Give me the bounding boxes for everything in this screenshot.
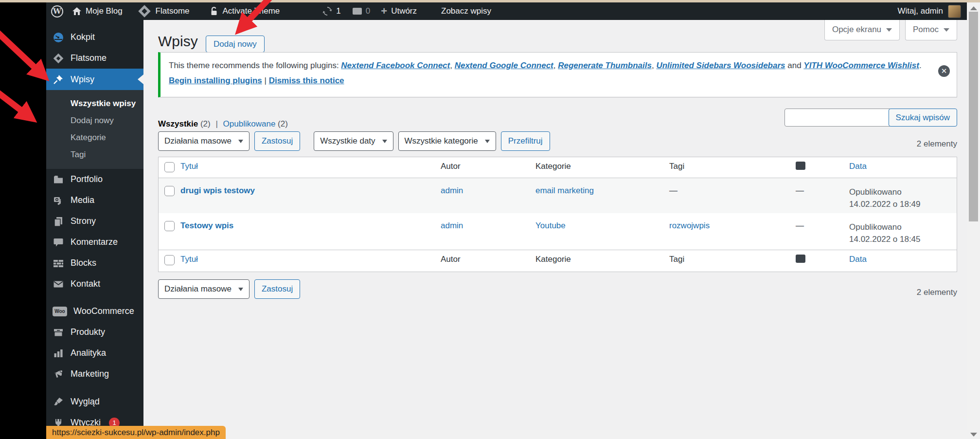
select-all-checkbox[interactable]: [164, 162, 175, 172]
sidebar-label-wpisy: Wpisy: [71, 74, 94, 85]
column-footer-author: Autor: [441, 250, 535, 264]
sidebar-item-kokpit[interactable]: Kokpit: [46, 27, 143, 48]
notice-prefix: This theme recommends the following plug…: [169, 61, 341, 70]
column-footer-title[interactable]: Tytuł: [180, 250, 441, 264]
screen-options-button[interactable]: Opcje ekranu: [824, 19, 900, 40]
vertical-scrollbar[interactable]: [967, 2, 980, 439]
user-greeting[interactable]: Witaj, admin: [897, 6, 943, 16]
plugin-link-nextend-google[interactable]: Nextend Google Connect: [455, 61, 553, 70]
scrollbar-thumb[interactable]: [969, 12, 978, 221]
sidebar-item-strony[interactable]: Strony: [46, 211, 143, 232]
updates-menu[interactable]: 1: [322, 6, 340, 16]
new-content-menu[interactable]: + Utwórz: [381, 6, 417, 16]
table-header-row: Tytuł Autor Kategorie Tagi Data: [159, 157, 957, 178]
post-date: 14.02.2022 o 18:45: [849, 233, 957, 245]
comments-menu[interactable]: 0: [353, 6, 370, 16]
post-author-link[interactable]: admin: [441, 213, 535, 231]
category-filter-select[interactable]: Wszystkie kategorie: [398, 131, 496, 151]
bulk-actions-select-bottom[interactable]: Działania masowe: [158, 279, 249, 299]
row-checkbox[interactable]: [164, 221, 175, 231]
column-header-tags: Tagi: [669, 157, 796, 171]
help-button[interactable]: Pomoc: [905, 19, 957, 40]
posts-submenu: Wszystkie wpisy Dodaj nowy Kategorie Tag…: [46, 90, 143, 169]
plugin-link-unlimited-sidebars[interactable]: Unlimited Sidebars Woosidebars: [656, 61, 785, 70]
submenu-categories[interactable]: Kategorie: [46, 129, 143, 146]
submenu-add-new[interactable]: Dodaj nowy: [46, 112, 143, 129]
pushpin-icon: [53, 73, 64, 85]
main-content: Opcje ekranu Pomoc Wpisy Dodaj nowy This…: [143, 20, 967, 430]
sidebar-item-flatsome[interactable]: Flatsome: [46, 48, 143, 69]
plugin-link-nextend-facebook[interactable]: Nextend Facebook Connect: [341, 61, 450, 70]
dismiss-notice-icon[interactable]: ✕: [938, 65, 950, 77]
post-tags-link[interactable]: rozwojwpis: [669, 213, 796, 231]
analytics-bars-icon: [53, 348, 64, 359]
sidebar-item-blocks[interactable]: Blocks: [46, 253, 143, 274]
column-header-categories: Kategorie: [535, 157, 669, 171]
filter-published-link[interactable]: Opublikowane: [223, 119, 276, 128]
scroll-down-icon[interactable]: [970, 433, 977, 437]
begin-installing-link[interactable]: Begin installing plugins: [169, 76, 262, 85]
post-title-link[interactable]: drugi wpis testowy: [180, 178, 441, 196]
filter-button[interactable]: Przefiltruj: [501, 131, 550, 151]
update-icon: [322, 6, 332, 16]
column-header-date[interactable]: Data: [849, 157, 957, 171]
sidebar-item-wyglad[interactable]: Wygląd: [46, 391, 143, 412]
post-author-link[interactable]: admin: [441, 178, 535, 196]
post-category-link[interactable]: Youtube: [535, 213, 669, 231]
dismiss-notice-link[interactable]: Dismiss this notice: [269, 76, 344, 85]
bulk-actions-label: Działania masowe: [164, 136, 232, 146]
apply-button[interactable]: Zastosuj: [254, 131, 300, 151]
post-date: 14.02.2022 o 18:49: [849, 198, 957, 210]
activate-theme-label: Activate Theme: [223, 6, 280, 16]
menu-separator: [46, 384, 143, 391]
select-all-checkbox[interactable]: [164, 255, 175, 265]
sidebar-item-portfolio[interactable]: Portfolio: [46, 169, 143, 190]
sidebar-item-kontakt[interactable]: Kontakt: [46, 274, 143, 294]
submenu-all-posts[interactable]: Wszystkie wpisy: [46, 95, 143, 112]
post-status-filters: Wszystkie (2) | Opublikowane (2): [158, 119, 288, 129]
sidebar-item-produkty[interactable]: Produkty: [46, 322, 143, 343]
notice-period: .: [919, 61, 922, 70]
column-footer-date[interactable]: Data: [849, 250, 957, 264]
sidebar-item-wpisy[interactable]: Wpisy: [46, 69, 143, 90]
column-footer-categories: Kategorie: [535, 250, 669, 264]
plugin-link-regenerate-thumbnails[interactable]: Regenerate Thumbnails: [558, 61, 652, 70]
sidebar-item-woocommerce[interactable]: Woo WooCommerce: [46, 301, 143, 322]
table-footer-row: Tytuł Autor Kategorie Tagi Data: [159, 250, 957, 272]
table-row: drugi wpis testowy admin email marketing…: [159, 178, 957, 213]
help-label: Pomoc: [913, 25, 939, 35]
sidebar-item-komentarze[interactable]: Komentarze: [46, 232, 143, 253]
plugin-link-yith-wishlist[interactable]: YITH WooCommerce Wishlist: [803, 61, 919, 70]
flatsome-menu[interactable]: Flatsome: [140, 6, 190, 16]
post-title-link[interactable]: Testowy wpis: [180, 213, 441, 231]
sidebar-item-analityka[interactable]: Analityka: [46, 343, 143, 364]
post-comments-value: —: [796, 178, 849, 196]
bulk-actions-select[interactable]: Działania masowe: [158, 131, 249, 151]
add-new-post-button[interactable]: Dodaj nowy: [206, 36, 265, 53]
site-name-label: Moje Blog: [86, 6, 123, 16]
sidebar-item-media[interactable]: Media: [46, 190, 143, 211]
activate-theme-menu[interactable]: Activate Theme: [209, 6, 280, 16]
screen-options-label: Opcje ekranu: [832, 25, 881, 35]
site-name-menu[interactable]: Moje Blog: [72, 6, 123, 16]
post-date-cell: Opublikowano 14.02.2022 o 18:45: [849, 213, 957, 245]
submenu-tags[interactable]: Tagi: [46, 146, 143, 163]
filter-all-link[interactable]: Wszystkie: [158, 119, 198, 128]
apply-button-bottom[interactable]: Zastosuj: [254, 279, 300, 299]
notice-comma: ,: [450, 61, 454, 70]
scroll-up-icon[interactable]: [970, 6, 977, 10]
sidebar-item-marketing[interactable]: Marketing: [46, 364, 143, 384]
avatar[interactable]: [948, 5, 961, 18]
wp-logo-menu[interactable]: W: [51, 5, 63, 18]
items-count: 2 elementy: [917, 139, 957, 149]
sidebar-label-wyglad: Wygląd: [71, 397, 100, 407]
view-posts-menu[interactable]: Zobacz wpisy: [441, 6, 491, 16]
plugin-notice: This theme recommends the following plug…: [158, 52, 957, 97]
date-filter-select[interactable]: Wszystkie daty: [314, 131, 393, 151]
post-category-link[interactable]: email marketing: [535, 178, 669, 196]
search-posts-button[interactable]: Szukaj wpisów: [889, 109, 958, 127]
search-posts-input[interactable]: [784, 109, 891, 127]
column-header-title[interactable]: Tytuł: [180, 157, 441, 171]
blocks-brick-icon: [53, 257, 64, 269]
row-checkbox[interactable]: [164, 186, 175, 196]
